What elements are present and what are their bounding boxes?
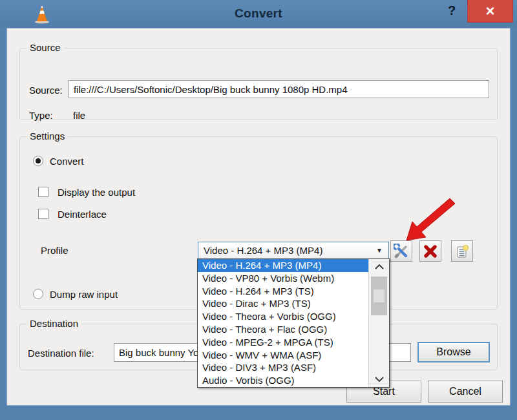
scrollbar-thumb[interactable]: [371, 277, 387, 315]
chevron-down-icon: [375, 377, 384, 382]
profile-option[interactable]: Video - H.264 + MP3 (MP4): [198, 259, 369, 272]
cancel-button-label: Cancel: [449, 386, 481, 397]
type-value: file: [73, 110, 85, 121]
chevron-up-icon: [375, 264, 384, 269]
destination-group-legend: Destination: [26, 318, 81, 329]
dropdown-scrollbar[interactable]: [368, 259, 389, 387]
profile-list-icon: [454, 244, 470, 259]
source-input[interactable]: [69, 80, 489, 98]
new-profile-button[interactable]: [451, 240, 473, 262]
deinterlace-label: Deinterlace: [58, 209, 107, 220]
wrench-icon: [394, 244, 409, 259]
source-group: Source Source: Type: file: [19, 48, 498, 120]
convert-radio-label: Convert: [50, 156, 84, 167]
scroll-up-button[interactable]: [369, 260, 389, 273]
window-title: Convert: [0, 6, 517, 21]
help-button[interactable]: ?: [443, 3, 460, 21]
red-x-icon: [423, 244, 438, 259]
profile-combobox-value: Video - H.264 + MP3 (MP4): [204, 245, 322, 256]
close-button[interactable]: ×: [467, 0, 513, 23]
profile-option[interactable]: Audio - Vorbis (OGG): [198, 374, 369, 387]
display-output-checkbox[interactable]: [38, 187, 48, 197]
profile-option[interactable]: Video - Theora + Vorbis (OGG): [198, 310, 369, 323]
scroll-down-button[interactable]: [369, 373, 389, 386]
profile-dropdown-list: Video - H.264 + MP3 (MP4)Video - VP80 + …: [197, 258, 390, 388]
convert-dialog-window: Convert ? × Source Source: Type: file Se…: [0, 0, 517, 420]
profile-dropdown-items: Video - H.264 + MP3 (MP4)Video - VP80 + …: [198, 259, 369, 387]
profile-option[interactable]: Video - MPEG-2 + MPGA (TS): [198, 336, 369, 349]
profile-option[interactable]: Video - WMV + WMA (ASF): [198, 349, 369, 362]
settings-group-legend: Settings: [26, 131, 68, 142]
cancel-button[interactable]: Cancel: [428, 381, 503, 403]
profile-option[interactable]: Video - Theora + Flac (OGG): [198, 323, 369, 336]
dump-raw-input-label: Dump raw input: [50, 289, 118, 300]
display-output-label: Display the output: [58, 187, 135, 198]
deinterlace-checkbox[interactable]: [38, 209, 48, 219]
dump-raw-input-radio[interactable]: [33, 289, 43, 299]
convert-radio[interactable]: [33, 156, 43, 166]
browse-button-label: Browse: [436, 346, 470, 358]
type-label: Type:: [29, 110, 53, 121]
delete-profile-button[interactable]: [419, 240, 441, 262]
browse-button[interactable]: Browse: [417, 342, 490, 362]
profile-option[interactable]: Video - H.264 + MP3 (TS): [198, 285, 369, 298]
source-label: Source:: [29, 85, 63, 96]
chevron-down-icon: ▼: [376, 242, 383, 258]
profile-option[interactable]: Video - Dirac + MP3 (TS): [198, 297, 369, 310]
profile-option[interactable]: Video - VP80 + Vorbis (Webm): [198, 272, 369, 285]
close-icon: ×: [485, 3, 494, 19]
profile-combobox[interactable]: Video - H.264 + MP3 (MP4) ▼: [198, 242, 389, 259]
titlebar: Convert ? ×: [0, 0, 517, 28]
source-group-legend: Source: [26, 42, 64, 53]
edit-profile-button[interactable]: [390, 240, 412, 262]
profile-label: Profile: [41, 245, 69, 256]
destination-file-label: Destination file:: [28, 348, 94, 359]
profile-option[interactable]: Video - DIV3 + MP3 (ASF): [198, 361, 369, 374]
